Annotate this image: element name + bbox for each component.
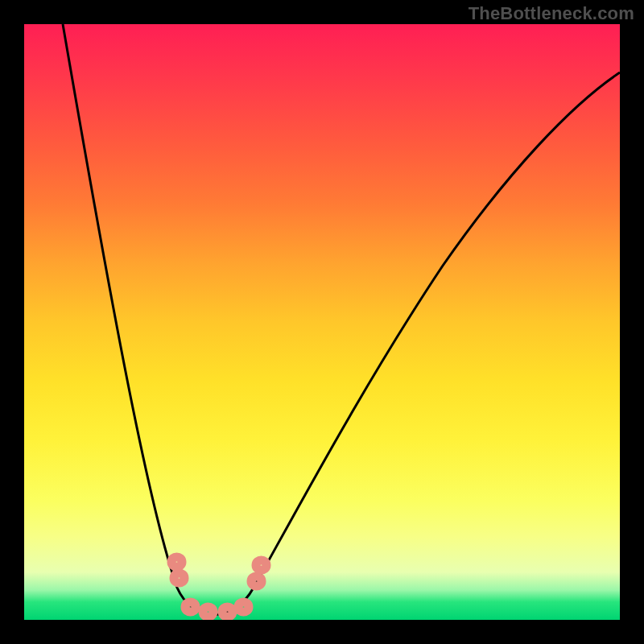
- chart-svg: [24, 24, 620, 620]
- datapoints-overlay: [171, 557, 266, 617]
- watermark-text: TheBottleneck.com: [469, 3, 634, 24]
- chart-plot-area: [24, 24, 620, 620]
- bottleneck-curve: [63, 24, 620, 615]
